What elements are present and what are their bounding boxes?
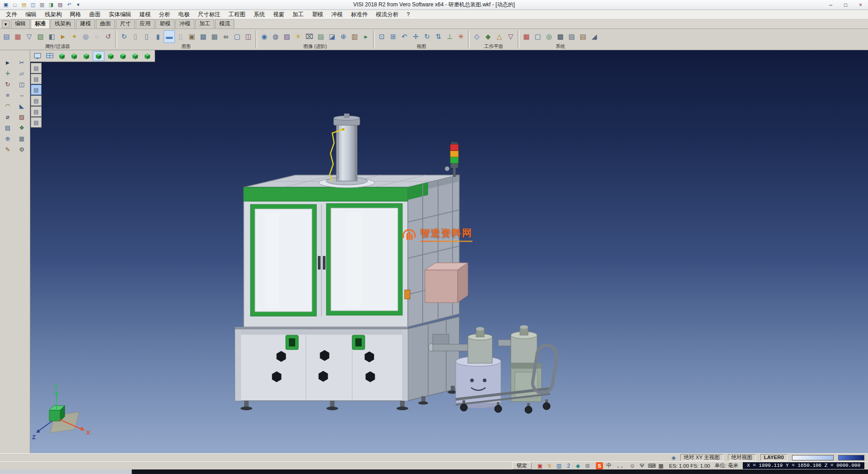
- view-cube-iso-icon[interactable]: [56, 51, 68, 61]
- regenerate-icon[interactable]: ↻: [118, 30, 130, 43]
- dynamic-view-icon[interactable]: ⇅: [433, 30, 444, 43]
- menu-item[interactable]: 建模: [136, 10, 155, 19]
- maximize-button[interactable]: □: [838, 0, 853, 9]
- chamfer-tool-icon[interactable]: ◣: [16, 101, 28, 111]
- menu-item[interactable]: 尺寸标注: [194, 10, 225, 19]
- view-cube-left-icon[interactable]: [105, 51, 117, 61]
- shadow-icon[interactable]: ▨: [281, 30, 292, 43]
- workplane-xy-icon[interactable]: ◇: [471, 30, 482, 43]
- ribbon-tab[interactable]: 模流: [215, 19, 234, 28]
- section-view-icon[interactable]: ◪: [326, 30, 338, 43]
- redraw-icon[interactable]: ✳: [455, 30, 467, 43]
- ime-punctuation-toggle[interactable]: ，。: [615, 462, 627, 469]
- menu-item[interactable]: 线架构: [41, 10, 66, 19]
- layer-tool-icon[interactable]: ▤: [2, 123, 14, 133]
- magnify-icon[interactable]: ⊕: [338, 30, 349, 43]
- ime-emoji-icon[interactable]: ☺: [629, 463, 636, 469]
- erase-tool-icon[interactable]: ▨: [16, 112, 28, 122]
- monitor-settings-icon[interactable]: ▢: [532, 30, 543, 43]
- menu-item[interactable]: 实体编辑: [105, 10, 136, 19]
- group-tool-icon[interactable]: ❖: [16, 123, 28, 133]
- attributes-icon[interactable]: ▤: [1, 30, 12, 43]
- print-icon[interactable]: ▥: [38, 1, 46, 9]
- move-tool-icon[interactable]: ✛: [2, 68, 14, 78]
- flash-tray-icon[interactable]: ↯: [546, 463, 553, 469]
- stereo-glasses-icon[interactable]: ∞: [220, 30, 231, 43]
- menu-item[interactable]: 塑模: [308, 10, 327, 19]
- zoom-window-icon[interactable]: ⊞: [387, 30, 399, 43]
- minimize-button[interactable]: –: [823, 0, 838, 9]
- counter-tray-icon[interactable]: 2: [565, 463, 572, 469]
- view-cube-right-icon[interactable]: [117, 51, 129, 61]
- menu-item[interactable]: 文件: [2, 10, 21, 19]
- ribbon-tab[interactable]: 应用: [136, 19, 155, 28]
- signal-tower[interactable]: [445, 142, 458, 177]
- menu-item[interactable]: 电极: [175, 10, 194, 19]
- workplane-view-icon[interactable]: ▽: [505, 30, 516, 43]
- viewport-3d-canvas[interactable]: ▤▤▤▤▤▤ 智造资料网 Y: [30, 50, 868, 453]
- capture-tray-icon[interactable]: ▣: [536, 463, 544, 469]
- menu-item[interactable]: 视窗: [269, 10, 288, 19]
- menu-item[interactable]: 加工: [288, 10, 308, 19]
- menu-item[interactable]: 模流分析: [372, 10, 403, 19]
- eye-view-icon[interactable]: ◍: [270, 30, 281, 43]
- view-combo[interactable]: 绝对 XY 主视图: [680, 454, 723, 461]
- hidden-line-cylinder-icon[interactable]: ▯: [141, 30, 152, 43]
- ime-logo-icon[interactable]: S: [596, 462, 603, 469]
- snap-tool-icon[interactable]: ⊕: [2, 133, 14, 143]
- grid-tool-icon[interactable]: ▦: [16, 133, 28, 143]
- ime-language-toggle[interactable]: 中: [605, 462, 613, 469]
- depth-scale-swatch[interactable]: [838, 455, 864, 460]
- menu-item[interactable]: 分析: [155, 10, 175, 19]
- view-mode-indicator[interactable]: 绝对视图: [728, 454, 756, 461]
- reset-filter-icon[interactable]: ↺: [103, 30, 114, 43]
- lock-button[interactable]: 锁定: [512, 462, 532, 469]
- material-box-icon[interactable]: ▩: [198, 30, 209, 43]
- image-gallery-icon[interactable]: ▥: [349, 30, 360, 43]
- screen-capture-icon[interactable]: ▢: [231, 30, 243, 43]
- view-cube-top-icon[interactable]: [68, 51, 80, 61]
- measure-tool-icon[interactable]: ⌀: [2, 112, 14, 122]
- clipboard-tool-icon[interactable]: ▤: [31, 106, 42, 117]
- raster-icon[interactable]: ▨: [566, 30, 577, 43]
- menu-item[interactable]: 网格: [66, 10, 85, 19]
- ime-toolbox-icon[interactable]: ▦: [657, 463, 665, 469]
- animation-icon[interactable]: ▸: [360, 30, 372, 43]
- edge-display-icon[interactable]: ▦: [209, 30, 220, 43]
- workplane-3points-icon[interactable]: △: [494, 30, 505, 43]
- advanced-render-icon[interactable]: ◉: [259, 30, 270, 43]
- mask-icon[interactable]: ◧: [46, 30, 57, 43]
- ime-keyboard-icon[interactable]: ⌨: [648, 463, 655, 469]
- draft-angle-icon[interactable]: ◢: [589, 30, 600, 43]
- machine-lower-cabinet[interactable]: [235, 317, 459, 410]
- ime-mic-icon[interactable]: Ψ: [638, 463, 646, 469]
- grid-tray-icon[interactable]: ⊞: [584, 463, 591, 469]
- open-file-icon[interactable]: ▤: [20, 1, 28, 9]
- menu-item[interactable]: ?: [403, 10, 414, 19]
- menu-item[interactable]: 标准件: [347, 10, 372, 19]
- view-cube-back-icon[interactable]: [93, 51, 104, 61]
- new-file-icon[interactable]: □: [11, 1, 19, 9]
- trim-tool-icon[interactable]: ✂: [16, 57, 28, 67]
- ribbon-tab[interactable]: 曲面: [96, 19, 115, 28]
- ribbon-tab[interactable]: 冲模: [175, 19, 194, 28]
- background-image-icon[interactable]: ▤: [315, 30, 326, 43]
- menu-item[interactable]: 冲模: [327, 10, 347, 19]
- taskbar-window-preview[interactable]: [0, 469, 132, 474]
- tab-dropdown-icon[interactable]: ▼: [2, 20, 9, 28]
- mirror-tool-icon[interactable]: ◫: [16, 79, 28, 89]
- pan-view-icon[interactable]: ✛: [410, 30, 421, 43]
- workplane-entity-icon[interactable]: ◆: [482, 30, 494, 43]
- ribbon-tab[interactable]: 标准: [31, 19, 50, 28]
- print-preview-icon[interactable]: ◨: [47, 1, 55, 9]
- close-button[interactable]: ×: [853, 0, 868, 9]
- environment-icon[interactable]: ◎: [543, 30, 555, 43]
- menu-item[interactable]: 编辑: [21, 10, 41, 19]
- settings-tool-icon[interactable]: ⚙: [16, 144, 28, 154]
- shaded-cylinder-icon[interactable]: ▮: [152, 30, 164, 43]
- compare-view-icon[interactable]: ◫: [243, 30, 254, 43]
- clipboard-tool-icon[interactable]: ▤: [31, 117, 42, 128]
- wireframe-cylinder-icon[interactable]: ▯: [130, 30, 141, 43]
- clipboard-tool-icon[interactable]: ▤: [31, 74, 42, 84]
- hide-element-icon[interactable]: ◌: [91, 30, 103, 43]
